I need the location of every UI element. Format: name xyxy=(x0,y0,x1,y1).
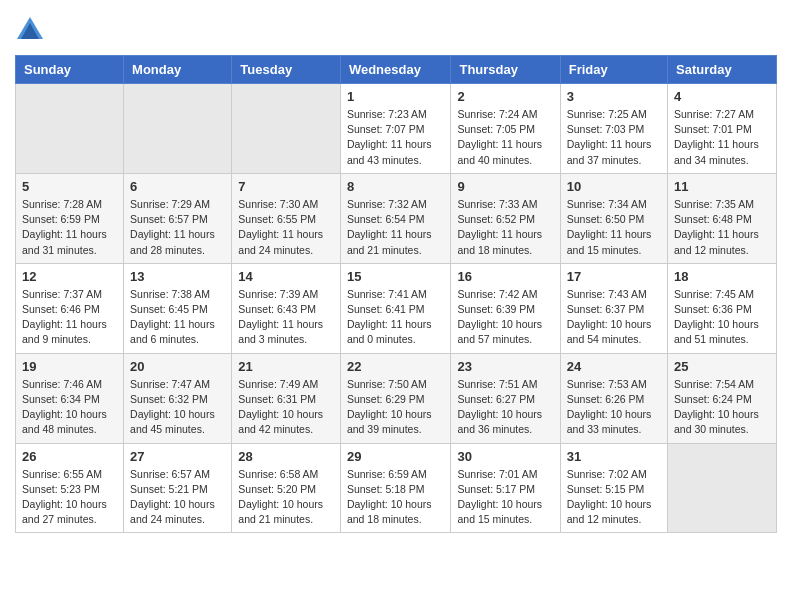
calendar-cell: 10Sunrise: 7:34 AM Sunset: 6:50 PM Dayli… xyxy=(560,173,667,263)
day-number: 20 xyxy=(130,359,225,374)
calendar-cell: 1Sunrise: 7:23 AM Sunset: 7:07 PM Daylig… xyxy=(340,84,451,174)
day-info: Sunrise: 7:01 AM Sunset: 5:17 PM Dayligh… xyxy=(457,467,553,528)
calendar-cell xyxy=(668,443,777,533)
day-number: 4 xyxy=(674,89,770,104)
day-number: 5 xyxy=(22,179,117,194)
calendar-cell: 23Sunrise: 7:51 AM Sunset: 6:27 PM Dayli… xyxy=(451,353,560,443)
day-info: Sunrise: 7:39 AM Sunset: 6:43 PM Dayligh… xyxy=(238,287,334,348)
day-info: Sunrise: 7:50 AM Sunset: 6:29 PM Dayligh… xyxy=(347,377,445,438)
day-number: 18 xyxy=(674,269,770,284)
calendar-cell: 6Sunrise: 7:29 AM Sunset: 6:57 PM Daylig… xyxy=(124,173,232,263)
day-info: Sunrise: 7:49 AM Sunset: 6:31 PM Dayligh… xyxy=(238,377,334,438)
calendar-cell: 24Sunrise: 7:53 AM Sunset: 6:26 PM Dayli… xyxy=(560,353,667,443)
logo-icon xyxy=(15,15,45,45)
day-info: Sunrise: 7:33 AM Sunset: 6:52 PM Dayligh… xyxy=(457,197,553,258)
calendar-cell: 9Sunrise: 7:33 AM Sunset: 6:52 PM Daylig… xyxy=(451,173,560,263)
calendar-week-row: 1Sunrise: 7:23 AM Sunset: 7:07 PM Daylig… xyxy=(16,84,777,174)
day-info: Sunrise: 7:28 AM Sunset: 6:59 PM Dayligh… xyxy=(22,197,117,258)
weekday-header-wednesday: Wednesday xyxy=(340,56,451,84)
calendar-cell: 8Sunrise: 7:32 AM Sunset: 6:54 PM Daylig… xyxy=(340,173,451,263)
calendar-cell: 3Sunrise: 7:25 AM Sunset: 7:03 PM Daylig… xyxy=(560,84,667,174)
day-info: Sunrise: 7:25 AM Sunset: 7:03 PM Dayligh… xyxy=(567,107,661,168)
calendar-cell: 15Sunrise: 7:41 AM Sunset: 6:41 PM Dayli… xyxy=(340,263,451,353)
day-number: 16 xyxy=(457,269,553,284)
day-info: Sunrise: 7:24 AM Sunset: 7:05 PM Dayligh… xyxy=(457,107,553,168)
calendar-cell: 22Sunrise: 7:50 AM Sunset: 6:29 PM Dayli… xyxy=(340,353,451,443)
day-info: Sunrise: 7:54 AM Sunset: 6:24 PM Dayligh… xyxy=(674,377,770,438)
calendar-cell: 29Sunrise: 6:59 AM Sunset: 5:18 PM Dayli… xyxy=(340,443,451,533)
calendar-week-row: 19Sunrise: 7:46 AM Sunset: 6:34 PM Dayli… xyxy=(16,353,777,443)
day-info: Sunrise: 6:55 AM Sunset: 5:23 PM Dayligh… xyxy=(22,467,117,528)
calendar-week-row: 26Sunrise: 6:55 AM Sunset: 5:23 PM Dayli… xyxy=(16,443,777,533)
day-info: Sunrise: 7:35 AM Sunset: 6:48 PM Dayligh… xyxy=(674,197,770,258)
day-number: 8 xyxy=(347,179,445,194)
day-number: 12 xyxy=(22,269,117,284)
calendar-week-row: 12Sunrise: 7:37 AM Sunset: 6:46 PM Dayli… xyxy=(16,263,777,353)
day-number: 7 xyxy=(238,179,334,194)
calendar-cell: 28Sunrise: 6:58 AM Sunset: 5:20 PM Dayli… xyxy=(232,443,341,533)
day-info: Sunrise: 7:41 AM Sunset: 6:41 PM Dayligh… xyxy=(347,287,445,348)
weekday-header-tuesday: Tuesday xyxy=(232,56,341,84)
day-info: Sunrise: 7:53 AM Sunset: 6:26 PM Dayligh… xyxy=(567,377,661,438)
weekday-header-friday: Friday xyxy=(560,56,667,84)
day-number: 14 xyxy=(238,269,334,284)
day-number: 24 xyxy=(567,359,661,374)
day-info: Sunrise: 7:37 AM Sunset: 6:46 PM Dayligh… xyxy=(22,287,117,348)
day-number: 9 xyxy=(457,179,553,194)
calendar-cell: 14Sunrise: 7:39 AM Sunset: 6:43 PM Dayli… xyxy=(232,263,341,353)
calendar-cell: 26Sunrise: 6:55 AM Sunset: 5:23 PM Dayli… xyxy=(16,443,124,533)
calendar-week-row: 5Sunrise: 7:28 AM Sunset: 6:59 PM Daylig… xyxy=(16,173,777,263)
day-number: 28 xyxy=(238,449,334,464)
day-number: 13 xyxy=(130,269,225,284)
page-header xyxy=(15,15,777,45)
day-info: Sunrise: 7:47 AM Sunset: 6:32 PM Dayligh… xyxy=(130,377,225,438)
day-info: Sunrise: 7:32 AM Sunset: 6:54 PM Dayligh… xyxy=(347,197,445,258)
day-number: 19 xyxy=(22,359,117,374)
weekday-header-thursday: Thursday xyxy=(451,56,560,84)
calendar-cell xyxy=(16,84,124,174)
day-info: Sunrise: 6:59 AM Sunset: 5:18 PM Dayligh… xyxy=(347,467,445,528)
day-info: Sunrise: 7:29 AM Sunset: 6:57 PM Dayligh… xyxy=(130,197,225,258)
calendar-cell: 21Sunrise: 7:49 AM Sunset: 6:31 PM Dayli… xyxy=(232,353,341,443)
day-info: Sunrise: 7:45 AM Sunset: 6:36 PM Dayligh… xyxy=(674,287,770,348)
day-info: Sunrise: 7:42 AM Sunset: 6:39 PM Dayligh… xyxy=(457,287,553,348)
day-info: Sunrise: 7:23 AM Sunset: 7:07 PM Dayligh… xyxy=(347,107,445,168)
calendar-cell: 12Sunrise: 7:37 AM Sunset: 6:46 PM Dayli… xyxy=(16,263,124,353)
calendar-cell: 31Sunrise: 7:02 AM Sunset: 5:15 PM Dayli… xyxy=(560,443,667,533)
calendar-cell: 25Sunrise: 7:54 AM Sunset: 6:24 PM Dayli… xyxy=(668,353,777,443)
weekday-header-row: SundayMondayTuesdayWednesdayThursdayFrid… xyxy=(16,56,777,84)
calendar-table: SundayMondayTuesdayWednesdayThursdayFrid… xyxy=(15,55,777,533)
day-number: 25 xyxy=(674,359,770,374)
calendar-cell: 11Sunrise: 7:35 AM Sunset: 6:48 PM Dayli… xyxy=(668,173,777,263)
logo xyxy=(15,15,49,45)
day-number: 27 xyxy=(130,449,225,464)
day-number: 10 xyxy=(567,179,661,194)
day-number: 22 xyxy=(347,359,445,374)
weekday-header-saturday: Saturday xyxy=(668,56,777,84)
day-info: Sunrise: 6:58 AM Sunset: 5:20 PM Dayligh… xyxy=(238,467,334,528)
calendar-cell: 17Sunrise: 7:43 AM Sunset: 6:37 PM Dayli… xyxy=(560,263,667,353)
day-info: Sunrise: 7:30 AM Sunset: 6:55 PM Dayligh… xyxy=(238,197,334,258)
day-info: Sunrise: 7:34 AM Sunset: 6:50 PM Dayligh… xyxy=(567,197,661,258)
day-info: Sunrise: 7:38 AM Sunset: 6:45 PM Dayligh… xyxy=(130,287,225,348)
day-number: 1 xyxy=(347,89,445,104)
calendar-cell: 13Sunrise: 7:38 AM Sunset: 6:45 PM Dayli… xyxy=(124,263,232,353)
weekday-header-monday: Monday xyxy=(124,56,232,84)
day-number: 15 xyxy=(347,269,445,284)
day-number: 2 xyxy=(457,89,553,104)
day-number: 11 xyxy=(674,179,770,194)
day-info: Sunrise: 7:46 AM Sunset: 6:34 PM Dayligh… xyxy=(22,377,117,438)
day-number: 29 xyxy=(347,449,445,464)
calendar-cell: 30Sunrise: 7:01 AM Sunset: 5:17 PM Dayli… xyxy=(451,443,560,533)
calendar-cell: 4Sunrise: 7:27 AM Sunset: 7:01 PM Daylig… xyxy=(668,84,777,174)
calendar-cell: 5Sunrise: 7:28 AM Sunset: 6:59 PM Daylig… xyxy=(16,173,124,263)
day-number: 3 xyxy=(567,89,661,104)
calendar-cell: 20Sunrise: 7:47 AM Sunset: 6:32 PM Dayli… xyxy=(124,353,232,443)
day-number: 6 xyxy=(130,179,225,194)
day-number: 21 xyxy=(238,359,334,374)
day-info: Sunrise: 7:43 AM Sunset: 6:37 PM Dayligh… xyxy=(567,287,661,348)
calendar-cell xyxy=(124,84,232,174)
calendar-cell: 27Sunrise: 6:57 AM Sunset: 5:21 PM Dayli… xyxy=(124,443,232,533)
calendar-cell: 2Sunrise: 7:24 AM Sunset: 7:05 PM Daylig… xyxy=(451,84,560,174)
day-number: 31 xyxy=(567,449,661,464)
